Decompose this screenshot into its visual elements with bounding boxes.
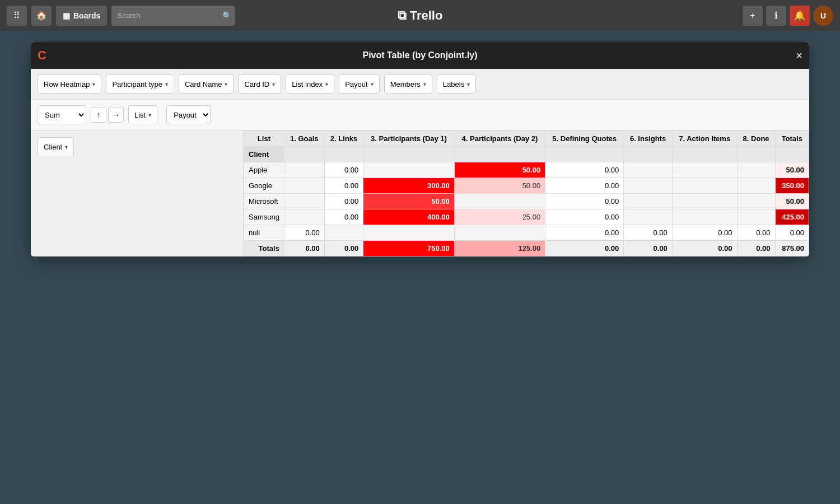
members-label: Members [390,80,421,88]
payout-label: Payout [345,80,367,88]
row-apple-action [672,162,737,178]
row-google-action [672,178,737,194]
col-header-defining: 5. Defining Quotes [545,131,624,147]
totals-row-label: Totals [244,241,284,256]
col-done-text: 8. Done [743,134,769,143]
modal-title: Pivot Table (by Conjoint.ly) [362,50,477,60]
row-samsung-defining: 0.00 [545,209,624,225]
add-button[interactable]: + [743,6,763,26]
col-part-day1-text: 3. Participants (Day 1) [371,134,447,143]
sort-horizontal-icon: → [112,110,120,119]
row-microsoft-day1: 50.00 [363,194,454,209]
nav-right-actions: + ℹ 🔔 U [743,6,833,26]
row-google-links: 0.00 [324,178,363,194]
row-null-defining: 0.00 [545,225,624,241]
row-google-label: Google [244,178,284,194]
heatmap-select[interactable]: Row Heatmap ▾ [38,74,101,94]
home-icon: 🏠 [36,10,47,21]
row-null-goals: 0.00 [284,225,324,241]
info-button[interactable]: ℹ [766,6,786,26]
col-header-done: 8. Done [737,131,775,147]
value-select[interactable]: Payout [166,105,211,124]
col-totals-text: Totals [782,134,802,143]
rows-select[interactable]: List ▾ [128,105,157,124]
table-row: Samsung 0.00 400.00 25.00 0.00 425.00 [244,209,809,225]
members-filter[interactable]: Members ▾ [384,74,432,94]
sort-buttons: ↑ → [91,107,124,123]
payout-filter[interactable]: Payout ▾ [339,74,379,94]
labels-filter[interactable]: Labels ▾ [437,74,476,94]
modal-overlay: C Pivot Table (by Conjoint.ly) × Row Hea… [0,31,840,504]
row-null-links [324,225,363,241]
avatar-button[interactable]: U [813,6,833,26]
aggregate-select[interactable]: Sum Count Average [38,105,86,124]
avatar-initial: U [820,11,826,20]
row-null-day2 [454,225,545,241]
totals-goals: 0.00 [284,241,324,256]
col-goals-text: 1. Goals [290,134,319,143]
row-samsung-insights [624,209,672,225]
info-icon: ℹ [774,10,778,21]
card-id-arrow: ▾ [272,81,275,87]
row-null-insights: 0.00 [624,225,672,241]
row-google-total: 350.00 [775,178,809,194]
subheader-totals-empty [775,147,809,162]
totals-defining: 0.00 [545,241,624,256]
apps-icon-button[interactable]: ⠿ [7,6,27,26]
row-microsoft-day2 [454,194,545,209]
col-insights-text: 6. Insights [630,134,666,143]
subheader-client: Client [244,147,284,162]
col-header-links: 2. Links [324,131,363,147]
modal-close-button[interactable]: × [796,49,802,62]
members-arrow: ▾ [423,81,426,87]
row-microsoft-action [672,194,737,209]
modal-body: Client ▾ List 1. Goals [31,130,809,256]
row-apple-insights [624,162,672,178]
row-samsung-day1: 400.00 [363,209,454,225]
subheader-done-empty [737,147,775,162]
row-apple-day2: 50.00 [454,162,545,178]
row-samsung-total: 425.00 [775,209,809,225]
list-index-arrow: ▾ [325,81,328,87]
card-id-filter[interactable]: Card ID ▾ [238,74,281,94]
row-microsoft-defining: 0.00 [545,194,624,209]
card-name-filter[interactable]: Card Name ▾ [179,74,234,94]
rows-arrow: ▾ [148,112,151,118]
subheader-insights-empty [624,147,672,162]
pivot-table: List 1. Goals 2. Links 3. Participants (… [244,130,809,256]
col-part-day2-text: 4. Participants (Day 2) [462,134,538,143]
apps-icon: ⠿ [13,10,20,21]
col-header-part-day1: 3. Participants (Day 1) [363,131,454,147]
pivot-controls: Sum Count Average ↑ → List ▾ [31,100,809,130]
table-row: null 0.00 0.00 0.00 0.00 0.00 0.00 [244,225,809,241]
card-name-label: Card Name [185,80,222,88]
pivot-table-modal: C Pivot Table (by Conjoint.ly) × Row Hea… [31,42,809,256]
table-area[interactable]: List 1. Goals 2. Links 3. Participants (… [244,130,809,256]
top-nav: ⠿ 🏠 ▦ Boards 🔍 ⧉ Trello + ℹ 🔔 U [0,0,840,31]
row-apple-day1 [363,162,454,178]
sort-vertical-button[interactable]: ↑ [91,107,106,123]
sort-horizontal-button[interactable]: → [108,107,124,123]
row-apple-defining: 0.00 [545,162,624,178]
col-header-goals: 1. Goals [284,131,324,147]
row-samsung-label: Samsung [244,209,284,225]
trello-wordmark: Trello [410,8,443,23]
notification-button[interactable]: 🔔 [790,6,810,26]
left-sidebar: Client ▾ [31,130,244,256]
col-defining-text: 5. Defining Quotes [552,134,617,143]
boards-button[interactable]: ▦ Boards [56,6,107,26]
participant-type-filter[interactable]: Participant type ▾ [106,74,174,94]
home-icon-button[interactable]: 🏠 [31,6,52,26]
row-null-action: 0.00 [672,225,737,241]
heatmap-label: Row Heatmap [44,80,90,88]
list-index-filter[interactable]: List index ▾ [286,74,334,94]
participant-type-arrow: ▾ [165,81,168,87]
row-google-goals [284,178,324,194]
client-filter[interactable]: Client ▾ [38,137,74,156]
row-null-day1 [363,225,454,241]
labels-label: Labels [443,80,464,88]
totals-day2: 125.00 [454,241,545,256]
col-links-text: 2. Links [330,134,357,143]
search-input[interactable] [111,6,235,26]
row-null-label: null [244,225,284,241]
